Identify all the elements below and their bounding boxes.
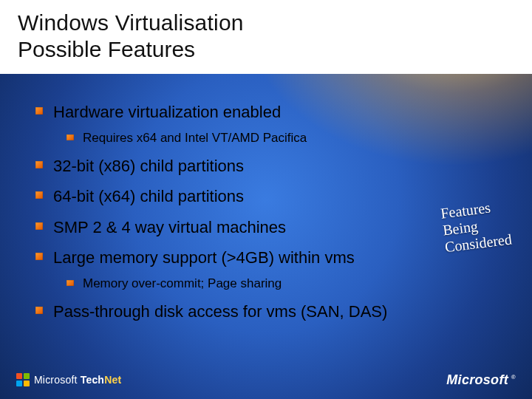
- callout-note: Features Being Considered: [440, 197, 513, 256]
- bullet-icon: [35, 191, 43, 199]
- windows-flag-icon: [16, 373, 30, 386]
- technet-logo: Microsoft TechNet: [16, 373, 121, 386]
- list-item: Large memory support (>4GB) within vms: [35, 248, 502, 268]
- brand-tech: Tech: [81, 374, 104, 386]
- microsoft-logo-text: Microsoft: [446, 372, 508, 387]
- list-item-text: Pass-through disk access for vms (SAN, D…: [53, 301, 387, 322]
- list-item: Hardware virtualization enabled: [35, 102, 502, 123]
- brand-prefix: Microsoft: [34, 374, 78, 386]
- list-item-text: Hardware virtualization enabled: [53, 102, 281, 123]
- technet-text: Microsoft TechNet: [34, 374, 121, 386]
- brand-net: Net: [104, 374, 121, 386]
- sub-list: Memory over-commit; Page sharing: [66, 276, 502, 291]
- list-item: SMP 2 & 4 way virtual machines: [35, 217, 502, 238]
- list-item: 32-bit (x86) child partitions: [35, 156, 502, 177]
- title-block: Windows Virtualisation Possible Features: [0, 0, 532, 74]
- bullet-icon: [35, 307, 43, 314]
- list-item-text: 32-bit (x86) child partitions: [53, 156, 244, 177]
- list-item: Memory over-commit; Page sharing: [66, 276, 502, 291]
- bullet-icon: [35, 107, 43, 115]
- bullet-icon: [35, 253, 43, 260]
- list-item-text: SMP 2 & 4 way virtual machines: [53, 217, 286, 238]
- list-item-text: Requires x64 and Intel VT/AMD Pacifica: [83, 130, 307, 146]
- list-item-text: Memory over-commit; Page sharing: [83, 276, 282, 291]
- list-item: Requires x64 and Intel VT/AMD Pacifica: [66, 130, 502, 146]
- title-line-1: Windows Virtualisation: [18, 10, 514, 35]
- list-item: 64-bit (x64) child partitions: [35, 186, 502, 207]
- bullet-icon: [66, 280, 74, 286]
- bullet-icon: [35, 222, 43, 230]
- microsoft-logo: Microsoft®: [446, 372, 516, 388]
- bullet-list: Hardware virtualization enabled Requires…: [35, 102, 502, 332]
- footer: Microsoft TechNet Microsoft®: [0, 361, 532, 399]
- title-line-2: Possible Features: [18, 37, 514, 62]
- list-item-text: Large memory support (>4GB) within vms: [53, 248, 355, 268]
- slide: Windows Virtualisation Possible Features…: [0, 0, 532, 399]
- bullet-icon: [35, 161, 43, 168]
- bullet-icon: [66, 134, 74, 140]
- list-item: Pass-through disk access for vms (SAN, D…: [35, 301, 502, 322]
- registered-icon: ®: [511, 374, 516, 381]
- list-item-text: 64-bit (x64) child partitions: [53, 186, 244, 207]
- sub-list: Requires x64 and Intel VT/AMD Pacifica: [66, 130, 502, 146]
